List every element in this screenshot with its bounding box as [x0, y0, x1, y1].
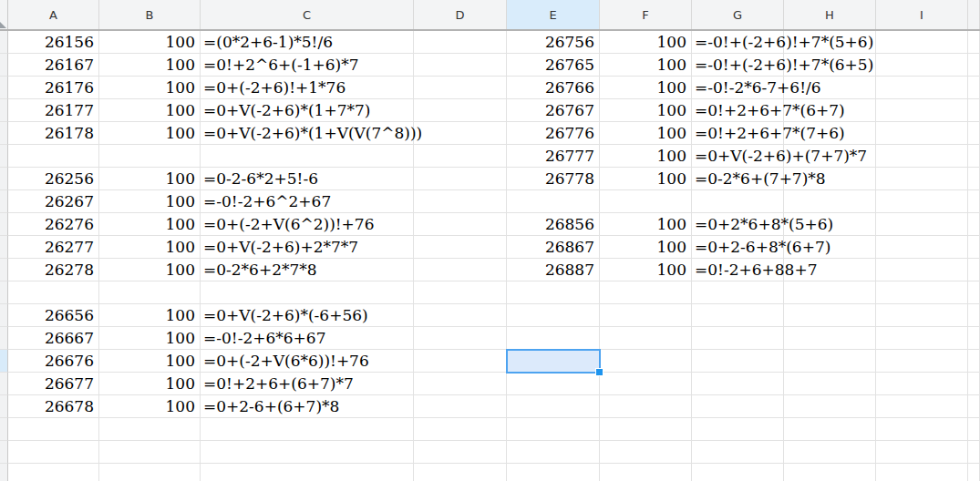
cell-G18[interactable]: [692, 418, 784, 441]
cell-partial-16[interactable]: [968, 373, 980, 395]
cell-D6[interactable]: [414, 145, 507, 168]
column-header-C[interactable]: C: [201, 0, 414, 29]
row-header-17[interactable]: [0, 395, 8, 418]
cell-E18[interactable]: [507, 418, 600, 441]
cell-C13[interactable]: =0+V(-2+6)*(-6+56): [201, 304, 414, 327]
row-header-13[interactable]: [0, 304, 8, 327]
cell-G9[interactable]: =0+2*6+8*(5+6): [692, 213, 784, 236]
cell-G3[interactable]: =-0!-2*6-7+6!/6: [692, 77, 784, 99]
cell-F17[interactable]: [600, 395, 692, 418]
cell-B17[interactable]: 100: [99, 395, 201, 418]
select-all-corner[interactable]: [0, 0, 8, 29]
cell-I16[interactable]: [876, 373, 968, 395]
row-header-6[interactable]: [0, 145, 8, 168]
cell-A18[interactable]: [8, 418, 99, 441]
cell-A17[interactable]: 26678: [8, 395, 99, 418]
cell-D14[interactable]: [414, 327, 507, 350]
column-header-I[interactable]: I: [876, 0, 968, 29]
cell-I5[interactable]: [876, 122, 968, 145]
cell-F15[interactable]: [600, 350, 692, 373]
cell-H18[interactable]: [784, 418, 876, 441]
cell-H4[interactable]: [784, 99, 876, 122]
cell-B6[interactable]: [99, 145, 201, 168]
cell-C7[interactable]: =0-2-6*2+5!-6: [201, 168, 414, 190]
cell-F2[interactable]: 100: [600, 54, 692, 77]
cell-C8[interactable]: =-0!-2+6^2+67: [201, 190, 414, 213]
cell-H17[interactable]: [784, 395, 876, 418]
cell-G2[interactable]: =-0!+(-2+6)!+7*(6+5): [692, 54, 784, 77]
cell-C17[interactable]: =0+2-6+(6+7)*8: [201, 395, 414, 418]
cell-A5[interactable]: 26178: [8, 122, 99, 145]
column-header-G[interactable]: G: [692, 0, 784, 29]
cell-partial-19[interactable]: [968, 441, 980, 464]
cell-C16[interactable]: =0!+2+6+(6+7)*7: [201, 373, 414, 395]
cell-C1[interactable]: =(0*2+6-1)*5!/6: [201, 31, 414, 54]
cell-B18[interactable]: [99, 418, 201, 441]
cell-E19[interactable]: [507, 441, 600, 464]
cell-partial-11[interactable]: [968, 259, 980, 281]
cell-F14[interactable]: [600, 327, 692, 350]
cell-B2[interactable]: 100: [99, 54, 201, 77]
cell-G8[interactable]: [692, 190, 784, 213]
cell-E2[interactable]: 26765: [507, 54, 600, 77]
cell-F5[interactable]: 100: [600, 122, 692, 145]
cell-partial-13[interactable]: [968, 304, 980, 327]
row-header-20[interactable]: [0, 464, 8, 481]
cell-F1[interactable]: 100: [600, 31, 692, 54]
cell-H5[interactable]: [784, 122, 876, 145]
cell-D12[interactable]: [414, 281, 507, 304]
cell-H2[interactable]: [784, 54, 876, 77]
cell-C12[interactable]: [201, 281, 414, 304]
cell-G19[interactable]: [692, 441, 784, 464]
cell-E5[interactable]: 26776: [507, 122, 600, 145]
cell-A14[interactable]: 26667: [8, 327, 99, 350]
cell-A13[interactable]: 26656: [8, 304, 99, 327]
cell-G12[interactable]: [692, 281, 784, 304]
cell-C2[interactable]: =0!+2^6+(-1+6)*7: [201, 54, 414, 77]
row-header-3[interactable]: [0, 77, 8, 99]
cell-C4[interactable]: =0+V(-2+6)*(1+7*7): [201, 99, 414, 122]
cell-C6[interactable]: [201, 145, 414, 168]
cell-D11[interactable]: [414, 259, 507, 281]
cell-A2[interactable]: 26167: [8, 54, 99, 77]
cell-A12[interactable]: [8, 281, 99, 304]
cell-D1[interactable]: [414, 31, 507, 54]
column-header-F[interactable]: F: [600, 0, 692, 29]
cell-I15[interactable]: [876, 350, 968, 373]
cell-D18[interactable]: [414, 418, 507, 441]
cell-F13[interactable]: [600, 304, 692, 327]
cell-G17[interactable]: [692, 395, 784, 418]
cell-B14[interactable]: 100: [99, 327, 201, 350]
cell-B12[interactable]: [99, 281, 201, 304]
cell-H7[interactable]: [784, 168, 876, 190]
cell-B4[interactable]: 100: [99, 99, 201, 122]
cell-B7[interactable]: 100: [99, 168, 201, 190]
cell-partial-10[interactable]: [968, 236, 980, 259]
cell-C5[interactable]: =0+V(-2+6)*(1+V(V(7^8))): [201, 122, 414, 145]
cell-I6[interactable]: [876, 145, 968, 168]
cell-D7[interactable]: [414, 168, 507, 190]
cell-I3[interactable]: [876, 77, 968, 99]
cell-I9[interactable]: [876, 213, 968, 236]
cell-B9[interactable]: 100: [99, 213, 201, 236]
cell-E20[interactable]: [507, 464, 600, 481]
cell-partial-4[interactable]: [968, 99, 980, 122]
row-header-10[interactable]: [0, 236, 8, 259]
cell-I20[interactable]: [876, 464, 968, 481]
cell-C20[interactable]: [201, 464, 414, 481]
cell-A20[interactable]: [8, 464, 99, 481]
cell-H15[interactable]: [784, 350, 876, 373]
cell-H6[interactable]: [784, 145, 876, 168]
cell-D3[interactable]: [414, 77, 507, 99]
cell-B1[interactable]: 100: [99, 31, 201, 54]
cell-C10[interactable]: =0+V(-2+6)+2*7*7: [201, 236, 414, 259]
cell-I11[interactable]: [876, 259, 968, 281]
cell-D2[interactable]: [414, 54, 507, 77]
cell-A6[interactable]: [8, 145, 99, 168]
row-header-4[interactable]: [0, 99, 8, 122]
cell-E4[interactable]: 26767: [507, 99, 600, 122]
cell-B20[interactable]: [99, 464, 201, 481]
cell-G14[interactable]: [692, 327, 784, 350]
cell-E16[interactable]: [507, 373, 600, 395]
row-header-1[interactable]: [0, 31, 8, 54]
